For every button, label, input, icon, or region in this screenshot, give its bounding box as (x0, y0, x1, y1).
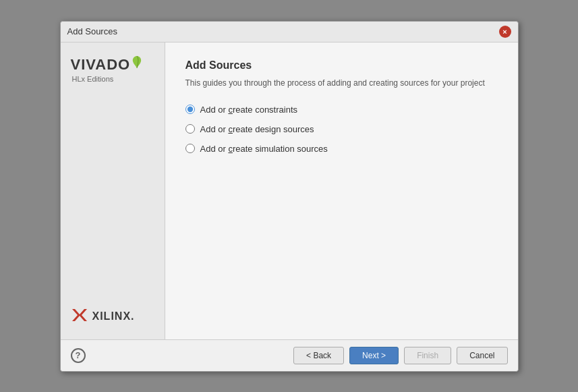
next-button[interactable]: Next > (349, 347, 399, 364)
dialog-body: VIVADO HLx Editions XILINX. (61, 43, 518, 339)
option-design-sources-label: Add or create design sources (200, 124, 314, 134)
footer-buttons: < Back Next > Finish Cancel (293, 347, 507, 364)
option-simulation-sources[interactable]: Add or create simulation sources (185, 144, 498, 154)
option-simulation-sources-label: Add or create simulation sources (200, 144, 328, 154)
vivado-logo: VIVADO HLx Editions (71, 56, 154, 83)
xilinx-icon (71, 308, 88, 326)
radio-design-sources[interactable] (185, 124, 195, 134)
cancel-button[interactable]: Cancel (457, 347, 507, 364)
xilinx-text: XILINX. (92, 310, 135, 323)
content-heading: Add Sources (185, 59, 498, 72)
dialog-title: Add Sources (67, 26, 117, 36)
finish-button[interactable]: Finish (404, 347, 451, 364)
hlx-editions-text: HLx Editions (72, 75, 114, 83)
back-button[interactable]: < Back (293, 347, 344, 364)
add-sources-dialog: Add Sources × VIVADO HLx Editions (60, 21, 519, 372)
source-options: Add or create constraints Add or create … (185, 105, 498, 154)
sidebar: VIVADO HLx Editions XILINX. (61, 43, 165, 339)
main-content: Add Sources This guides you through the … (165, 43, 518, 339)
content-description: This guides you through the process of a… (185, 78, 498, 88)
dialog-footer: ? < Back Next > Finish Cancel (61, 339, 518, 371)
radio-constraints[interactable] (185, 105, 195, 114)
close-button[interactable]: × (499, 26, 511, 38)
option-constraints[interactable]: Add or create constraints (185, 105, 498, 115)
footer-left: ? (71, 348, 86, 363)
vivado-brand: VIVADO (71, 56, 143, 74)
xilinx-logo: XILINX. (71, 308, 154, 326)
vivado-text: VIVADO (71, 56, 131, 74)
title-bar: Add Sources × (61, 22, 518, 43)
radio-simulation-sources[interactable] (185, 144, 195, 153)
option-constraints-label: Add or create constraints (200, 105, 298, 115)
vivado-leaf-icon (132, 55, 142, 72)
svg-marker-0 (72, 309, 87, 321)
option-design-sources[interactable]: Add or create design sources (185, 124, 498, 134)
help-button[interactable]: ? (71, 348, 86, 363)
